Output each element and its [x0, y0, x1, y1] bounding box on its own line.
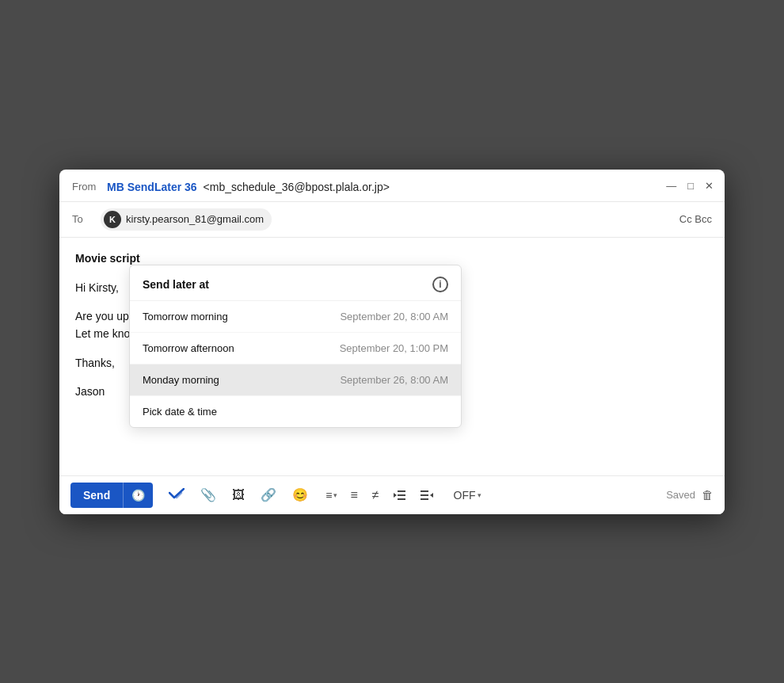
align-chevron: ▾	[333, 491, 337, 499]
saved-label: Saved	[666, 489, 695, 501]
link-button[interactable]: 🔗	[254, 483, 283, 507]
close-button[interactable]: ✕	[705, 181, 714, 191]
off-label: OFF	[454, 489, 476, 502]
minimize-button[interactable]: —	[666, 181, 676, 191]
title-bar: From MB SendLater 36 <mb_schedule_36@bpo…	[59, 170, 725, 202]
align-button[interactable]: ≡ ▾	[321, 484, 342, 506]
image-icon: 🖼	[232, 488, 245, 502]
subject-line: Movie script	[75, 252, 709, 265]
send-main-button[interactable]: Send	[70, 483, 123, 508]
recipient-email: kirsty.pearson_81@gmail.com	[126, 213, 264, 225]
maximize-button[interactable]: □	[687, 181, 694, 191]
item-date-tomorrow-afternoon: September 20, 1:00 PM	[340, 342, 448, 354]
recipient-chip[interactable]: K kirsty.pearson_81@gmail.com	[101, 208, 272, 231]
saved-status: Saved 🗑	[666, 488, 714, 502]
sender-name: MB SendLater 36	[107, 181, 197, 193]
item-label-tomorrow-afternoon: Tomorrow afternoon	[143, 342, 234, 354]
svg-rect-1	[398, 494, 405, 496]
indent-more-button[interactable]	[414, 485, 440, 506]
align-icon: ≡	[325, 489, 332, 502]
formatting-group: ≡ ▾ ≡ ≠	[321, 483, 439, 507]
dropdown-header: Send later at i	[130, 265, 461, 301]
svg-rect-5	[421, 494, 428, 496]
unordered-list-button[interactable]: ≡	[344, 483, 363, 507]
checkmark-icon	[169, 488, 185, 499]
cc-bcc-button[interactable]: Cc Bcc	[679, 213, 712, 225]
item-label-monday-morning: Monday morning	[143, 374, 219, 386]
svg-marker-3	[394, 493, 397, 498]
send-button-group: Send 🕐	[70, 483, 153, 508]
image-button[interactable]: 🖼	[226, 483, 251, 507]
check-button[interactable]	[162, 483, 191, 507]
info-icon[interactable]: i	[432, 277, 448, 292]
unordered-list-icon: ≡	[350, 488, 357, 502]
svg-rect-0	[398, 490, 405, 492]
toolbar: Send 🕐 📎 🖼 🔗 😊 ≡ ▾	[59, 475, 725, 514]
item-label-pick-date: Pick date & time	[143, 406, 217, 418]
emoji-icon: 😊	[292, 487, 308, 502]
window-controls: — □ ✕	[666, 181, 714, 191]
email-body: Movie script Hi Kirsty, Are you up to re…	[59, 238, 725, 475]
clock-icon: 🕐	[131, 489, 145, 502]
to-label: To	[72, 213, 101, 225]
trash-button[interactable]: 🗑	[702, 488, 714, 502]
to-row: To K kirsty.pearson_81@gmail.com Cc Bcc	[59, 202, 725, 238]
attach-button[interactable]: 📎	[194, 483, 223, 507]
indent-less-button[interactable]	[387, 485, 413, 506]
off-chevron: ▾	[478, 491, 481, 499]
from-label: From	[72, 181, 101, 193]
send-clock-button[interactable]: 🕐	[123, 483, 153, 508]
ordered-list-icon: ≠	[372, 488, 379, 502]
svg-marker-7	[430, 493, 433, 498]
svg-rect-4	[421, 490, 428, 492]
item-date-monday-morning: September 26, 8:00 AM	[340, 374, 448, 386]
indent-less-icon	[394, 490, 406, 501]
svg-rect-6	[421, 498, 428, 500]
avatar: K	[104, 211, 121, 228]
send-later-dropdown: Send later at i Tomorrow morning Septemb…	[129, 265, 462, 428]
send-later-item-tomorrow-morning[interactable]: Tomorrow morning September 20, 8:00 AM	[130, 301, 461, 333]
send-later-item-monday-morning[interactable]: Monday morning September 26, 8:00 AM	[130, 364, 461, 396]
dropdown-title: Send later at	[143, 278, 209, 291]
send-later-item-tomorrow-afternoon[interactable]: Tomorrow afternoon September 20, 1:00 PM	[130, 333, 461, 364]
attach-icon: 📎	[200, 487, 216, 502]
svg-rect-2	[398, 498, 405, 500]
ordered-list-button[interactable]: ≠	[366, 483, 386, 507]
indent-more-icon	[421, 490, 433, 501]
compose-window: From MB SendLater 36 <mb_schedule_36@bpo…	[59, 170, 725, 514]
emoji-button[interactable]: 😊	[286, 483, 314, 507]
link-icon: 🔗	[261, 487, 276, 502]
sender-email: <mb_schedule_36@bpost.plala.or.jp>	[204, 181, 390, 193]
item-date-tomorrow-morning: September 20, 8:00 AM	[340, 311, 448, 322]
item-label-tomorrow-morning: Tomorrow morning	[143, 311, 228, 322]
send-later-item-pick-date[interactable]: Pick date & time	[130, 396, 461, 427]
off-toggle[interactable]: OFF ▾	[449, 484, 486, 506]
